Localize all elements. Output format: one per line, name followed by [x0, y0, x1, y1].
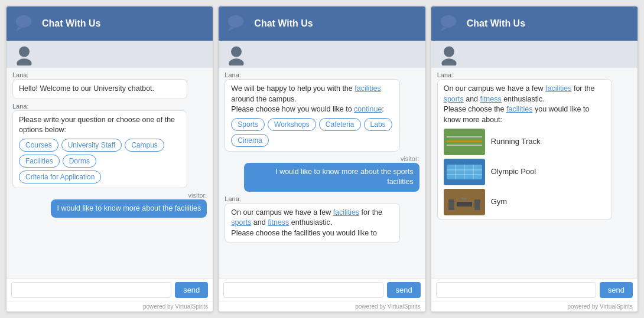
- chat-avatar-area-3: [431, 41, 638, 68]
- sender-label: Lana:: [225, 71, 419, 78]
- visitor-bubble: I would like to know more about the faci…: [51, 199, 207, 218]
- visitor-sender-label: visitor:: [188, 192, 207, 199]
- chip-courses[interactable]: Courses: [19, 139, 58, 152]
- gym-thumb: [444, 189, 485, 215]
- sender-label: Lana:: [225, 195, 419, 202]
- chat-widget-2: Chat With Us Lana: We will be happy to h…: [218, 6, 425, 312]
- chat-input-area-3: send: [431, 278, 638, 301]
- bot-message-1: Lana: Hello! Welcome to our University c…: [12, 71, 207, 99]
- sender-label: Lana:: [12, 71, 207, 78]
- chat-footer-2: powered by VirtualSpirits: [219, 301, 425, 312]
- chat-footer-3: powered by VirtualSpirits: [431, 301, 638, 312]
- chip-group-2: Sports Workshops Cafeteria Labs Cinema: [231, 118, 393, 147]
- chat-title-1: Chat With Us: [42, 18, 100, 29]
- svg-point-6: [231, 47, 242, 57]
- bot-bubble-chips: Please write your question or choose one…: [12, 110, 187, 188]
- svg-rect-26: [474, 199, 480, 210]
- bot-bubble-p3: On our campus we have a few facilities f…: [437, 79, 612, 220]
- chip-sports[interactable]: Sports: [231, 118, 265, 131]
- bot-message-p3-1: Lana: On our campus we have a few facili…: [437, 71, 632, 220]
- bot-bubble: Hello! Welcome to our University chatbot…: [12, 79, 187, 99]
- chat-bubble-icon-3: [438, 12, 461, 35]
- svg-point-8: [440, 15, 456, 28]
- chat-text-input-1[interactable]: [11, 282, 171, 298]
- chip-university-staff[interactable]: University Staff: [61, 139, 122, 152]
- visitor-bubble-p2: I would like to know more about the spor…: [244, 163, 419, 192]
- facility-running-track[interactable]: Running Track: [444, 129, 606, 155]
- svg-point-7: [229, 58, 244, 65]
- chat-title-2: Chat With Us: [254, 18, 313, 29]
- chip-cinema[interactable]: Cinema: [231, 134, 268, 147]
- svg-marker-9: [440, 27, 447, 32]
- chip-group-1: Courses University Staff Campus Faciliti…: [19, 139, 181, 183]
- svg-point-0: [16, 15, 32, 28]
- message-area-3: Lana: On our campus we have a few facili…: [431, 68, 638, 278]
- chat-panels-container: Chat With Us Lana: Hello! Welcome to our…: [0, 0, 644, 318]
- svg-rect-15: [447, 136, 482, 137]
- running-track-thumb: [444, 129, 485, 155]
- svg-point-3: [17, 58, 31, 65]
- svg-rect-14: [447, 145, 482, 146]
- message-area-1: Lana: Hello! Welcome to our University c…: [6, 68, 213, 278]
- bot-message-p2-2: Lana: On our campus we have a few facili…: [225, 195, 419, 244]
- chat-header-3: Chat With Us: [431, 6, 638, 41]
- chat-avatar-area-2: [219, 41, 425, 68]
- chip-criteria[interactable]: Criteria for Application: [19, 171, 101, 183]
- chat-title-3: Chat With Us: [467, 18, 525, 29]
- visitor-message-p2: visitor: I would like to know more about…: [225, 155, 419, 192]
- message-area-2: Lana: We will be happy to help you with …: [219, 68, 425, 278]
- bot-bubble-p2-2: On our campus we have a few facilities f…: [225, 203, 399, 244]
- svg-rect-27: [461, 198, 467, 199]
- lana-avatar-1: [14, 44, 35, 65]
- chip-campus[interactable]: Campus: [125, 139, 164, 152]
- chat-messages-1: Lana: Hello! Welcome to our University c…: [6, 68, 213, 278]
- sender-label: Lana:: [12, 103, 207, 110]
- olympic-pool-thumb: [444, 159, 485, 185]
- chat-input-area-1: send: [6, 278, 213, 301]
- chip-facilities[interactable]: Facilities: [19, 155, 60, 168]
- svg-point-11: [441, 58, 456, 65]
- chat-header-2: Chat With Us: [219, 6, 425, 41]
- lana-avatar-3: [438, 44, 460, 65]
- visitor-sender-label: visitor:: [401, 155, 419, 162]
- send-button-2[interactable]: send: [387, 282, 420, 298]
- chat-messages-2: Lana: We will be happy to help you with …: [219, 68, 425, 278]
- svg-rect-25: [457, 202, 472, 206]
- chat-header-1: Chat With Us: [6, 6, 213, 41]
- chip-workshops[interactable]: Workshops: [268, 118, 316, 131]
- svg-marker-5: [228, 27, 235, 32]
- svg-marker-1: [16, 27, 22, 32]
- chip-dorms[interactable]: Dorms: [63, 155, 96, 168]
- facility-gym[interactable]: Gym: [444, 189, 606, 215]
- chip-cafeteria[interactable]: Cafeteria: [319, 118, 361, 131]
- svg-rect-24: [448, 199, 454, 210]
- chat-widget-3: Chat With Us Lana: On our campus we have…: [431, 6, 638, 312]
- bot-bubble-p2: We will be happy to help you with the fa…: [225, 79, 399, 152]
- svg-point-4: [228, 15, 244, 28]
- chat-avatar-area-1: [6, 41, 213, 68]
- svg-point-2: [19, 47, 30, 57]
- send-button-1[interactable]: send: [175, 282, 208, 298]
- svg-rect-13: [447, 140, 482, 142]
- chat-input-area-2: send: [219, 278, 425, 301]
- gym-label: Gym: [491, 196, 507, 207]
- lana-avatar-2: [226, 44, 247, 65]
- svg-point-10: [444, 47, 454, 57]
- send-button-3[interactable]: send: [600, 282, 633, 298]
- olympic-pool-label: Olympic Pool: [491, 166, 536, 177]
- bot-message-p2-1: Lana: We will be happy to help you with …: [225, 71, 419, 152]
- chat-widget-1: Chat With Us Lana: Hello! Welcome to our…: [6, 6, 213, 312]
- facility-olympic-pool[interactable]: Olympic Pool: [444, 159, 606, 185]
- chip-labs[interactable]: Labs: [364, 118, 392, 131]
- running-track-label: Running Track: [491, 136, 541, 147]
- chat-messages-3: Lana: On our campus we have a few facili…: [431, 68, 638, 278]
- chat-footer-1: powered by VirtualSpirits: [6, 301, 213, 312]
- sender-label: Lana:: [437, 71, 632, 78]
- bot-message-2: Lana: Please write your question or choo…: [12, 103, 207, 188]
- visitor-message-1: visitor: I would like to know more about…: [12, 192, 207, 218]
- chat-text-input-2[interactable]: [223, 282, 383, 298]
- chat-bubble-icon: [14, 12, 36, 35]
- chat-bubble-icon-2: [226, 12, 248, 35]
- chat-text-input-3[interactable]: [436, 282, 596, 298]
